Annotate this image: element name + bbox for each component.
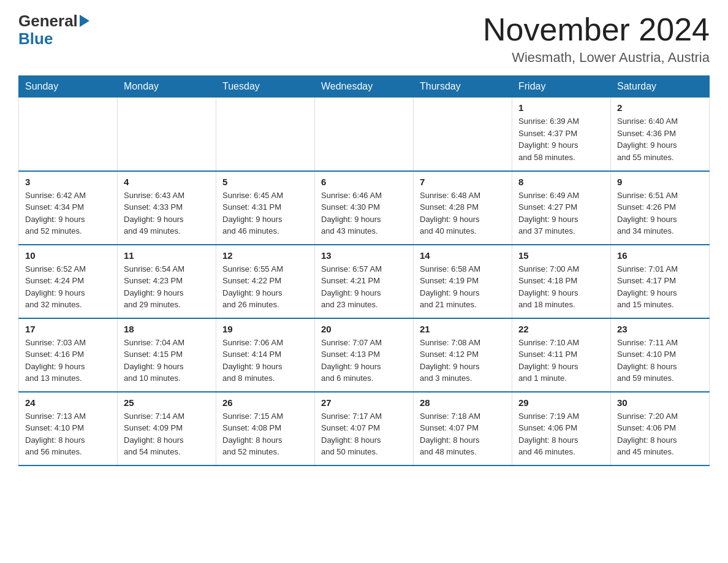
- day-number: 12: [222, 250, 308, 261]
- day-number: 17: [25, 324, 111, 334]
- day-info: Sunrise: 7:10 AM Sunset: 4:11 PM Dayligh…: [518, 337, 604, 385]
- day-number: 14: [420, 250, 506, 261]
- day-number: 1: [518, 102, 604, 113]
- calendar-week-row: 1Sunrise: 6:39 AM Sunset: 4:37 PM Daylig…: [19, 98, 710, 171]
- day-number: 15: [518, 250, 604, 261]
- day-number: 29: [518, 397, 604, 408]
- day-number: 10: [25, 250, 111, 261]
- day-number: 11: [124, 250, 210, 261]
- calendar-cell: 24Sunrise: 7:13 AM Sunset: 4:10 PM Dayli…: [19, 392, 118, 465]
- calendar-cell: [19, 98, 118, 171]
- calendar-cell: 25Sunrise: 7:14 AM Sunset: 4:09 PM Dayli…: [118, 392, 216, 465]
- day-info: Sunrise: 7:13 AM Sunset: 4:10 PM Dayligh…: [25, 410, 111, 458]
- title-area: November 2024 Wiesmath, Lower Austria, A…: [483, 12, 710, 66]
- header-thursday: Thursday: [414, 76, 512, 98]
- day-number: 20: [321, 324, 407, 334]
- day-info: Sunrise: 6:45 AM Sunset: 4:31 PM Dayligh…: [222, 190, 308, 237]
- day-number: 5: [222, 177, 308, 187]
- day-info: Sunrise: 6:58 AM Sunset: 4:19 PM Dayligh…: [420, 263, 506, 311]
- header-sunday: Sunday: [19, 76, 118, 98]
- day-info: Sunrise: 7:04 AM Sunset: 4:15 PM Dayligh…: [124, 337, 210, 385]
- day-info: Sunrise: 7:15 AM Sunset: 4:08 PM Dayligh…: [222, 410, 308, 458]
- day-info: Sunrise: 7:17 AM Sunset: 4:07 PM Dayligh…: [321, 410, 407, 458]
- day-number: 27: [321, 397, 407, 408]
- calendar-cell: 23Sunrise: 7:11 AM Sunset: 4:10 PM Dayli…: [611, 318, 710, 392]
- calendar-cell: 27Sunrise: 7:17 AM Sunset: 4:07 PM Dayli…: [315, 392, 414, 465]
- calendar-cell: [414, 98, 512, 171]
- day-number: 30: [617, 397, 703, 408]
- calendar-cell: 4Sunrise: 6:43 AM Sunset: 4:33 PM Daylig…: [118, 171, 216, 245]
- calendar-cell: 13Sunrise: 6:57 AM Sunset: 4:21 PM Dayli…: [315, 245, 414, 318]
- calendar-cell: 17Sunrise: 7:03 AM Sunset: 4:16 PM Dayli…: [19, 318, 118, 392]
- day-info: Sunrise: 7:01 AM Sunset: 4:17 PM Dayligh…: [617, 263, 703, 311]
- day-number: 4: [124, 177, 210, 187]
- calendar-cell: 7Sunrise: 6:48 AM Sunset: 4:28 PM Daylig…: [414, 171, 512, 245]
- calendar-cell: 8Sunrise: 6:49 AM Sunset: 4:27 PM Daylig…: [512, 171, 611, 245]
- header-saturday: Saturday: [611, 76, 710, 98]
- calendar-cell: 20Sunrise: 7:07 AM Sunset: 4:13 PM Dayli…: [315, 318, 414, 392]
- calendar-cell: 6Sunrise: 6:46 AM Sunset: 4:30 PM Daylig…: [315, 171, 414, 245]
- header-tuesday: Tuesday: [216, 76, 315, 98]
- calendar-cell: 30Sunrise: 7:20 AM Sunset: 4:06 PM Dayli…: [611, 392, 710, 465]
- month-title: November 2024: [483, 12, 710, 47]
- calendar-cell: 11Sunrise: 6:54 AM Sunset: 4:23 PM Dayli…: [118, 245, 216, 318]
- calendar-cell: 26Sunrise: 7:15 AM Sunset: 4:08 PM Dayli…: [216, 392, 315, 465]
- day-info: Sunrise: 7:18 AM Sunset: 4:07 PM Dayligh…: [420, 410, 506, 458]
- logo-general-text: General: [18, 12, 78, 30]
- calendar-cell: 9Sunrise: 6:51 AM Sunset: 4:26 PM Daylig…: [611, 171, 710, 245]
- calendar-cell: [216, 98, 315, 171]
- calendar-cell: 19Sunrise: 7:06 AM Sunset: 4:14 PM Dayli…: [216, 318, 315, 392]
- day-info: Sunrise: 6:46 AM Sunset: 4:30 PM Dayligh…: [321, 190, 407, 237]
- day-info: Sunrise: 6:52 AM Sunset: 4:24 PM Dayligh…: [25, 263, 111, 311]
- day-number: 22: [518, 324, 604, 334]
- calendar-week-row: 17Sunrise: 7:03 AM Sunset: 4:16 PM Dayli…: [19, 318, 710, 392]
- day-info: Sunrise: 6:42 AM Sunset: 4:34 PM Dayligh…: [25, 190, 111, 237]
- day-info: Sunrise: 7:20 AM Sunset: 4:06 PM Dayligh…: [617, 410, 703, 458]
- calendar-cell: 12Sunrise: 6:55 AM Sunset: 4:22 PM Dayli…: [216, 245, 315, 318]
- header-wednesday: Wednesday: [315, 76, 414, 98]
- calendar-cell: 29Sunrise: 7:19 AM Sunset: 4:06 PM Dayli…: [512, 392, 611, 465]
- calendar-week-row: 24Sunrise: 7:13 AM Sunset: 4:10 PM Dayli…: [19, 392, 710, 465]
- day-info: Sunrise: 7:19 AM Sunset: 4:06 PM Dayligh…: [518, 410, 604, 458]
- day-info: Sunrise: 6:40 AM Sunset: 4:36 PM Dayligh…: [617, 115, 703, 163]
- calendar-cell: [118, 98, 216, 171]
- day-number: 9: [617, 177, 703, 187]
- day-number: 16: [617, 250, 703, 261]
- day-info: Sunrise: 6:49 AM Sunset: 4:27 PM Dayligh…: [518, 190, 604, 237]
- calendar-cell: 16Sunrise: 7:01 AM Sunset: 4:17 PM Dayli…: [611, 245, 710, 318]
- day-info: Sunrise: 6:48 AM Sunset: 4:28 PM Dayligh…: [420, 190, 506, 237]
- day-info: Sunrise: 6:43 AM Sunset: 4:33 PM Dayligh…: [124, 190, 210, 237]
- day-number: 23: [617, 324, 703, 334]
- day-number: 7: [420, 177, 506, 187]
- calendar-cell: 15Sunrise: 7:00 AM Sunset: 4:18 PM Dayli…: [512, 245, 611, 318]
- header-monday: Monday: [118, 76, 216, 98]
- day-number: 18: [124, 324, 210, 334]
- day-number: 6: [321, 177, 407, 187]
- day-number: 2: [617, 102, 703, 113]
- logo: General Blue: [18, 12, 89, 47]
- day-number: 21: [420, 324, 506, 334]
- calendar-cell: 14Sunrise: 6:58 AM Sunset: 4:19 PM Dayli…: [414, 245, 512, 318]
- calendar-week-row: 3Sunrise: 6:42 AM Sunset: 4:34 PM Daylig…: [19, 171, 710, 245]
- day-info: Sunrise: 6:55 AM Sunset: 4:22 PM Dayligh…: [222, 263, 308, 311]
- calendar-cell: 28Sunrise: 7:18 AM Sunset: 4:07 PM Dayli…: [414, 392, 512, 465]
- day-info: Sunrise: 6:57 AM Sunset: 4:21 PM Dayligh…: [321, 263, 407, 311]
- day-info: Sunrise: 7:08 AM Sunset: 4:12 PM Dayligh…: [420, 337, 506, 385]
- day-info: Sunrise: 7:06 AM Sunset: 4:14 PM Dayligh…: [222, 337, 308, 385]
- day-info: Sunrise: 6:54 AM Sunset: 4:23 PM Dayligh…: [124, 263, 210, 311]
- calendar-week-row: 10Sunrise: 6:52 AM Sunset: 4:24 PM Dayli…: [19, 245, 710, 318]
- weekday-header-row: Sunday Monday Tuesday Wednesday Thursday…: [19, 76, 710, 98]
- calendar-cell: 10Sunrise: 6:52 AM Sunset: 4:24 PM Dayli…: [19, 245, 118, 318]
- calendar-cell: 22Sunrise: 7:10 AM Sunset: 4:11 PM Dayli…: [512, 318, 611, 392]
- calendar-cell: 5Sunrise: 6:45 AM Sunset: 4:31 PM Daylig…: [216, 171, 315, 245]
- calendar-cell: 3Sunrise: 6:42 AM Sunset: 4:34 PM Daylig…: [19, 171, 118, 245]
- calendar-cell: 21Sunrise: 7:08 AM Sunset: 4:12 PM Dayli…: [414, 318, 512, 392]
- day-number: 13: [321, 250, 407, 261]
- calendar-cell: 2Sunrise: 6:40 AM Sunset: 4:36 PM Daylig…: [611, 98, 710, 171]
- day-number: 28: [420, 397, 506, 408]
- day-number: 26: [222, 397, 308, 408]
- location-subtitle: Wiesmath, Lower Austria, Austria: [483, 50, 710, 66]
- day-info: Sunrise: 7:07 AM Sunset: 4:13 PM Dayligh…: [321, 337, 407, 385]
- day-number: 19: [222, 324, 308, 334]
- logo-general-line: General: [18, 12, 89, 30]
